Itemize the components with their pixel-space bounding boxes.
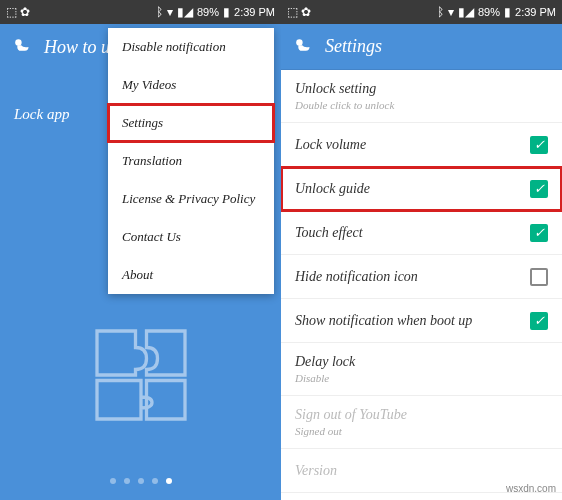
status-bar: ⬚ ✿ ᛒ ▾ ▮◢ 89% ▮ 2:39 PM (0, 0, 281, 24)
clock-text: 2:39 PM (234, 6, 275, 18)
menu-item-translation[interactable]: Translation (108, 142, 274, 180)
header-title: Settings (325, 36, 382, 57)
checkbox[interactable]: ✓ (530, 136, 548, 154)
setting-label: Unlock settingDouble click to unlock (295, 81, 548, 111)
status-bar: ⬚ ✿ ᛒ ▾ ▮◢ 89% ▮ 2:39 PM (281, 0, 562, 24)
setting-row-hide-notification-icon[interactable]: Hide notification icon (281, 255, 562, 299)
battery-icon: ▮ (223, 5, 230, 19)
setting-row-unlock-guide[interactable]: Unlock guide✓ (281, 167, 562, 211)
setting-row-touch-effect[interactable]: Touch effect✓ (281, 211, 562, 255)
setting-label: Delay lockDisable (295, 354, 548, 384)
dropdown-menu: Disable notificationMy VideosSettingsTra… (108, 28, 274, 294)
setting-label: Version (295, 463, 548, 479)
menu-item-my-videos[interactable]: My Videos (108, 66, 274, 104)
checkbox[interactable]: ✓ (530, 180, 548, 198)
signal-icon: ▮◢ (177, 5, 193, 19)
menu-item-disable-notification[interactable]: Disable notification (108, 28, 274, 66)
menu-item-contact-us[interactable]: Contact Us (108, 218, 274, 256)
app-header-right: Settings (281, 24, 562, 70)
lock-app-label: Lock app (14, 106, 69, 123)
setting-label: Hide notification icon (295, 269, 530, 285)
setting-row-delay-lock[interactable]: Delay lockDisable (281, 343, 562, 396)
bluetooth-icon: ᛒ (437, 5, 444, 19)
page-dots (110, 478, 172, 484)
setting-sublabel: Disable (295, 372, 548, 384)
clock-text: 2:39 PM (515, 6, 556, 18)
page-dot[interactable] (166, 478, 172, 484)
bluetooth-icon: ᛒ (156, 5, 163, 19)
page-dot[interactable] (152, 478, 158, 484)
wifi-icon: ▾ (448, 5, 454, 19)
checkbox[interactable]: ✓ (530, 312, 548, 330)
svg-point-1 (296, 39, 302, 45)
page-dot[interactable] (124, 478, 130, 484)
setting-label: Unlock guide (295, 181, 530, 197)
setting-row-show-notification-when-boot-up[interactable]: Show notification when boot up✓ (281, 299, 562, 343)
puzzle-icon (86, 320, 196, 430)
menu-item-settings[interactable]: Settings (108, 104, 274, 142)
watermark: wsxdn.com (506, 483, 556, 494)
menu-item-about[interactable]: About (108, 256, 274, 294)
setting-row-sign-out-of-youtube: Sign out of YouTubeSigned out (281, 396, 562, 449)
svg-point-0 (15, 39, 21, 45)
setting-row-lock-volume[interactable]: Lock volume✓ (281, 123, 562, 167)
app-icon: ✿ (301, 5, 311, 19)
setting-sublabel: Signed out (295, 425, 548, 437)
setting-label: Touch effect (295, 225, 530, 241)
app-icon: ✿ (20, 5, 30, 19)
checkbox[interactable] (530, 268, 548, 286)
page-dot[interactable] (138, 478, 144, 484)
setting-label: Show notification when boot up (295, 313, 530, 329)
logo-icon (12, 36, 34, 58)
phone-right: ⬚ ✿ ᛒ ▾ ▮◢ 89% ▮ 2:39 PM Settings Unlock… (281, 0, 562, 500)
battery-text: 89% (478, 6, 500, 18)
setting-label: Lock volume (295, 137, 530, 153)
menu-item-license-privacy-policy[interactable]: License & Privacy Policy (108, 180, 274, 218)
battery-icon: ▮ (504, 5, 511, 19)
setting-label: Sign out of YouTubeSigned out (295, 407, 548, 437)
dropbox-icon: ⬚ (6, 5, 17, 19)
phone-left: ⬚ ✿ ᛒ ▾ ▮◢ 89% ▮ 2:39 PM How to use Lock… (0, 0, 281, 500)
setting-row-unlock-setting[interactable]: Unlock settingDouble click to unlock (281, 70, 562, 123)
wifi-icon: ▾ (167, 5, 173, 19)
dropbox-icon: ⬚ (287, 5, 298, 19)
logo-icon (293, 36, 315, 58)
setting-sublabel: Double click to unlock (295, 99, 548, 111)
battery-text: 89% (197, 6, 219, 18)
checkbox[interactable]: ✓ (530, 224, 548, 242)
page-dot[interactable] (110, 478, 116, 484)
signal-icon: ▮◢ (458, 5, 474, 19)
settings-list[interactable]: Unlock settingDouble click to unlockLock… (281, 70, 562, 500)
